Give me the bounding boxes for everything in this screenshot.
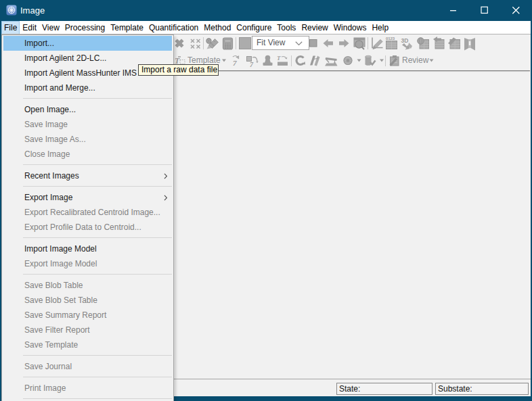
svg-text:T: T — [277, 55, 281, 62]
svg-text:7: 7 — [250, 61, 254, 68]
svg-text:0123: 0123 — [386, 36, 395, 41]
svg-text:7: 7 — [233, 59, 237, 67]
svg-text:3D: 3D — [401, 37, 409, 44]
